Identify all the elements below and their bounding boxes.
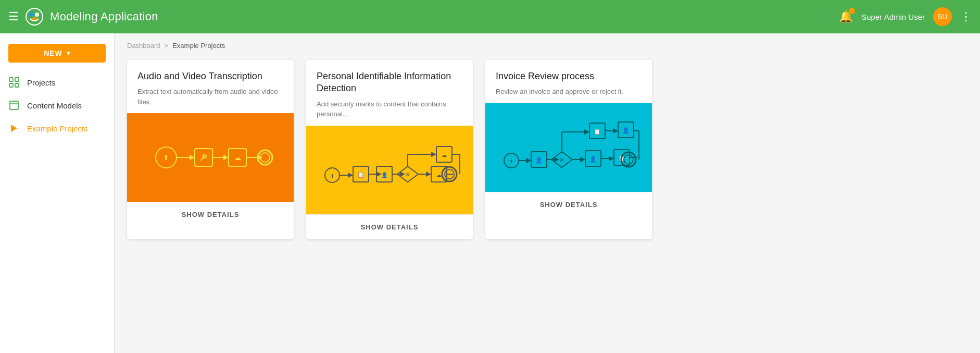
svg-point-1	[30, 13, 34, 17]
example-projects-icon	[8, 123, 20, 133]
svg-marker-66	[584, 129, 589, 135]
svg-marker-61	[554, 157, 559, 162]
diagram-invoice: ⬆ 👤 ✕	[496, 103, 642, 192]
svg-text:📋: 📋	[594, 128, 601, 135]
diagram-pii: ⬆ 📋 👤	[317, 131, 462, 209]
breadcrumb: Dashboard > Example Projects	[115, 33, 980, 56]
main-content: Dashboard > Example Projects Audio and V…	[115, 33, 980, 353]
card-pii-title: Personal Identifiable Information Detect…	[317, 70, 462, 95]
svg-text:⬆: ⬆	[509, 159, 513, 164]
svg-text:👤: 👤	[589, 155, 597, 163]
breadcrumb-current: Example Projects	[172, 42, 225, 50]
svg-rect-8	[10, 101, 18, 109]
breadcrumb-separator: >	[165, 42, 169, 50]
svg-text:🔑: 🔑	[199, 153, 208, 162]
new-button[interactable]: NEW ▾	[8, 44, 106, 63]
card-audio-video-show-details[interactable]: SHOW DETAILS	[127, 202, 294, 227]
user-name: Super Admin User	[861, 13, 925, 21]
card-pii-description: Add security marks to content that conta…	[317, 99, 462, 119]
svg-point-2	[35, 13, 39, 17]
svg-text:✕: ✕	[405, 171, 410, 178]
app-logo	[25, 7, 44, 26]
card-invoice-title: Invoice Review process	[496, 70, 642, 82]
svg-rect-6	[9, 83, 13, 87]
svg-marker-28	[348, 173, 353, 178]
card-pii-detection: Personal Identifiable Information Detect…	[306, 60, 473, 239]
svg-marker-47	[426, 172, 431, 177]
card-pii-image: ⬆ 📋 👤	[306, 126, 473, 214]
svg-rect-5	[15, 78, 19, 81]
svg-marker-57	[526, 158, 531, 163]
diagram-audio-video: ⬆ 🔑 ☁	[137, 118, 283, 197]
svg-text:☁: ☁	[442, 152, 447, 158]
sidebar-item-projects[interactable]: Projects	[0, 71, 114, 94]
svg-rect-4	[9, 78, 13, 81]
svg-marker-41	[431, 152, 436, 157]
more-vert-icon[interactable]: ⋮	[960, 10, 972, 23]
card-audio-video: Audio and Video Transcription Extract te…	[127, 60, 294, 239]
svg-text:✕: ✕	[559, 156, 564, 164]
svg-text:📋: 📋	[357, 171, 365, 178]
sidebar-item-example-projects[interactable]: Example Projects	[0, 117, 114, 140]
header-left: ☰ Modeling Application	[8, 7, 158, 26]
sidebar: NEW ▾ Projects Content Models	[0, 33, 115, 353]
svg-marker-14	[190, 155, 195, 160]
notification-bell[interactable]: 🔔	[839, 10, 853, 23]
svg-marker-36	[400, 172, 405, 177]
user-avatar[interactable]: SU	[933, 7, 952, 26]
card-invoice-image: ⬆ 👤 ✕	[485, 103, 652, 192]
cards-container: Audio and Video Transcription Extract te…	[115, 56, 980, 252]
svg-rect-7	[15, 83, 19, 87]
main-layout: NEW ▾ Projects Content Models	[0, 33, 980, 353]
svg-text:👤: 👤	[381, 172, 388, 178]
svg-text:☁: ☁	[234, 154, 241, 162]
sidebar-item-projects-label: Projects	[27, 78, 55, 87]
svg-text:👤: 👤	[535, 156, 543, 164]
svg-marker-70	[613, 128, 618, 133]
card-audio-video-description: Extract text automatically from audio an…	[137, 87, 283, 107]
card-invoice-description: Review an invoice and approve or reject …	[496, 87, 642, 97]
svg-text:⬆: ⬆	[330, 173, 334, 179]
card-invoice-review: Invoice Review process Review an invoice…	[485, 60, 652, 239]
card-pii-show-details[interactable]: SHOW DETAILS	[306, 214, 473, 239]
svg-marker-76	[580, 157, 585, 162]
sidebar-item-content-models-label: Content Models	[27, 101, 82, 110]
card-audio-video-image: ⬆ 🔑 ☁	[127, 113, 294, 202]
notification-badge	[849, 8, 855, 14]
hamburger-icon[interactable]: ☰	[8, 10, 19, 23]
card-invoice-show-details[interactable]: SHOW DETAILS	[485, 192, 652, 217]
svg-text:☁: ☁	[436, 172, 442, 178]
sidebar-item-content-models[interactable]: Content Models	[0, 94, 114, 117]
breadcrumb-parent[interactable]: Dashboard	[127, 42, 160, 50]
app-title: Modeling Application	[50, 10, 158, 23]
svg-marker-10	[11, 125, 17, 132]
svg-marker-18	[223, 155, 229, 160]
grid-icon	[8, 77, 20, 88]
header-right: 🔔 Super Admin User SU ⋮	[839, 7, 972, 26]
svg-marker-80	[609, 156, 614, 161]
card-audio-video-title: Audio and Video Transcription	[137, 70, 283, 82]
svg-text:⬆: ⬆	[163, 153, 169, 162]
app-header: ☰ Modeling Application 🔔 Super Admin Use…	[0, 0, 980, 33]
content-models-icon	[8, 100, 20, 111]
sidebar-item-example-projects-label: Example Projects	[27, 124, 88, 133]
svg-text:👤: 👤	[622, 127, 630, 134]
new-button-arrow: ▾	[67, 50, 70, 57]
